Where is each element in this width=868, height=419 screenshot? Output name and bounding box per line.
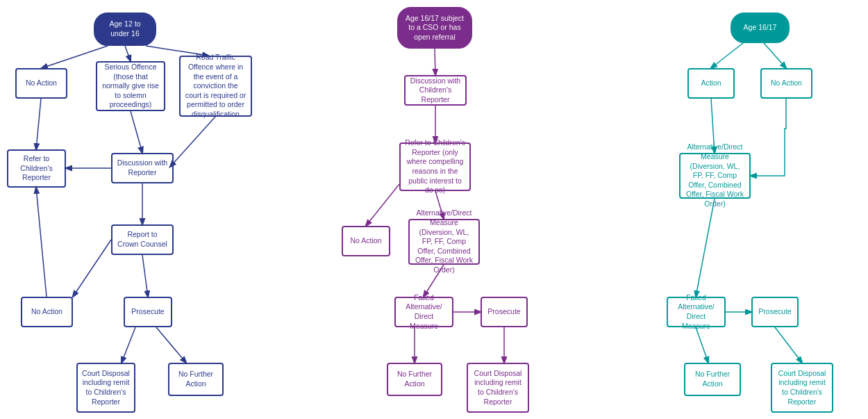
svg-line-27 — [775, 327, 802, 363]
d1-no-further: No Further Action — [168, 363, 224, 396]
d2-refer: Refer to Children's Reporter (only where… — [399, 142, 471, 191]
svg-line-3 — [36, 99, 41, 149]
svg-line-4 — [131, 111, 142, 153]
d3-action: Action — [687, 68, 735, 99]
d1-start: Age 12 to under 16 — [94, 13, 156, 46]
d1-no-action-mid: No Action — [21, 297, 73, 327]
d1-refer-children: Refer to Children's Reporter — [7, 149, 66, 188]
svg-line-22 — [764, 43, 786, 68]
d2-court-disposal: Court Disposal including remit to Childr… — [467, 363, 529, 413]
d1-report-crown: Report to Crown Counsel — [111, 224, 174, 255]
svg-line-9 — [142, 255, 148, 297]
d3-court-disposal: Court Disposal including remit to Childr… — [771, 363, 833, 413]
d3-no-action: No Action — [760, 68, 812, 99]
d1-serious-offence: Serious Offence (those that normally giv… — [96, 61, 165, 111]
svg-line-5 — [170, 117, 215, 167]
svg-line-1 — [125, 46, 131, 61]
d2-no-action: No Action — [342, 226, 390, 256]
svg-line-13 — [435, 49, 435, 75]
svg-line-10 — [36, 188, 47, 297]
d1-road-traffic: Road Traffic Offence where in the event … — [179, 56, 252, 117]
d1-court-disposal: Court Disposal including remit to Childr… — [76, 363, 135, 413]
d2-no-further: No Further Action — [387, 363, 442, 396]
d1-prosecute: Prosecute — [124, 297, 172, 327]
d1-discussion-reporter: Discussion with Reporter — [111, 153, 174, 183]
svg-line-24 — [696, 199, 715, 297]
d1-no-action-top: No Action — [15, 68, 67, 99]
d3-alt-direct: Alternative/Direct Measure (Diversion, W… — [679, 153, 751, 199]
d3-prosecute: Prosecute — [751, 297, 799, 327]
flowchart-diagram: Age 12 to under 16 No Action Serious Off… — [0, 0, 868, 419]
d3-no-further: No Further Action — [684, 363, 741, 396]
d2-start: Age 16/17 subject to a CSO or has open r… — [397, 7, 472, 49]
d2-discussion: Discussion with Children's Reporter — [404, 75, 467, 106]
svg-line-12 — [156, 327, 186, 363]
d2-alt-direct: Alternative/Direct Measure (Diversion, W… — [408, 219, 480, 265]
svg-line-21 — [711, 43, 743, 68]
svg-line-11 — [122, 327, 135, 363]
svg-line-8 — [73, 240, 111, 297]
svg-line-26 — [696, 327, 708, 363]
d3-start: Age 16/17 — [731, 13, 790, 43]
d2-failed-alt: Failed Alternative/ Direct Measure — [394, 297, 453, 327]
svg-line-15 — [366, 184, 399, 226]
d3-failed-alt: Failed Alternative/ Direct Measure — [667, 297, 726, 327]
d2-prosecute: Prosecute — [481, 297, 528, 327]
